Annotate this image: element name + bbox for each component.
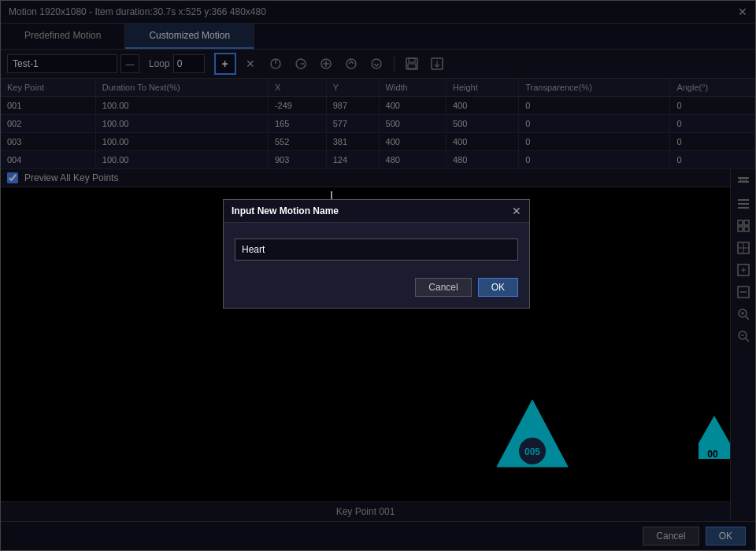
motion-name-modal-input[interactable] bbox=[235, 239, 518, 261]
modal-title: Input New Motion Name bbox=[232, 205, 339, 216]
modal-title-bar: Input New Motion Name ✕ bbox=[224, 200, 529, 223]
input-motion-name-modal: Input New Motion Name ✕ Cancel OK bbox=[223, 199, 530, 309]
modal-body bbox=[224, 223, 529, 272]
modal-close-button[interactable]: ✕ bbox=[512, 205, 521, 217]
modal-ok-button[interactable]: OK bbox=[478, 278, 518, 297]
modal-footer: Cancel OK bbox=[224, 272, 529, 308]
modal-cancel-button[interactable]: Cancel bbox=[415, 278, 471, 297]
main-window: Motion 1920x1080 - Item duration:30.7s x… bbox=[0, 0, 756, 551]
modal-overlay: Input New Motion Name ✕ Cancel OK bbox=[1, 1, 755, 550]
